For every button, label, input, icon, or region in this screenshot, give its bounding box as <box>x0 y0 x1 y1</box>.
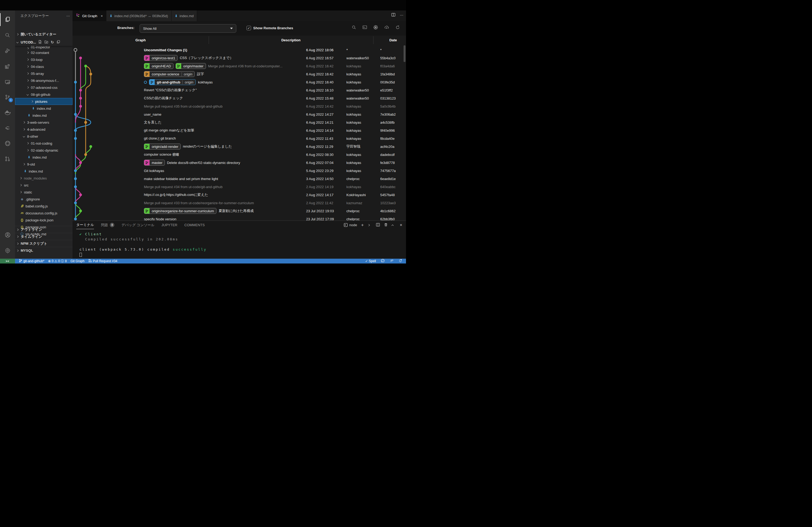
tab-index-md[interactable]: ⬇index.md (003fe35d^ ↔ 003fe35d) <box>106 11 172 21</box>
panel-tab-JUPYTER[interactable]: JUPYTER <box>161 221 177 229</box>
activity-run-debug[interactable] <box>0 45 15 57</box>
tree-item-label: 01-not-coding <box>31 141 52 146</box>
activity-docker[interactable] <box>0 107 15 119</box>
column-header-date[interactable]: Date <box>373 36 406 45</box>
tree-item-package-lock-json[interactable]: {}package-lock.json <box>15 216 73 224</box>
terminal-output[interactable]: ✔ Client Compiled successfully in 202.08… <box>79 231 207 257</box>
tree-item-07-advanced-css[interactable]: 07-advanced-css <box>15 84 73 91</box>
branch-badge-computer-science[interactable]: computer-scienceorigin <box>144 71 195 77</box>
refresh-icon[interactable] <box>395 25 400 31</box>
kill-terminal-icon[interactable] <box>384 223 388 228</box>
panel-tab-COMMENTS[interactable]: COMMENTS <box>185 221 205 229</box>
terminal-icon[interactable] <box>362 25 367 31</box>
activity-gitlens[interactable] <box>0 122 15 135</box>
tree-item-pictures[interactable]: pictures <box>15 98 73 105</box>
terminal-shell-item[interactable]: node <box>344 221 357 229</box>
sidebar-section-MYSQL[interactable]: MYSQL <box>15 247 73 254</box>
tree-item-8-other[interactable]: 8-other <box>15 133 73 140</box>
branch-badge-origin-head[interactable]: origin/HEAD <box>144 63 173 69</box>
tree-item-index-md[interactable]: ⬇index.md <box>15 112 73 119</box>
tree-item-index-md[interactable]: ⬇index.md <box>15 168 73 175</box>
tree-item-08-git-github[interactable]: 08-git-github <box>15 91 73 98</box>
new-file-icon[interactable] <box>38 40 42 45</box>
panel-tab-問題[interactable]: 問題8 <box>101 221 114 229</box>
tree-item-9-old[interactable]: 9-old <box>15 161 73 168</box>
activity-explorer[interactable] <box>0 13 15 26</box>
tree-item-06-anonymous-f-[interactable]: 06-anonymous-f... <box>15 77 73 84</box>
tree-item-docusaurus-config-js[interactable]: JSdocusaurus.config.js <box>15 210 73 216</box>
panel-tab-デバッグ-コンソール[interactable]: デバッグ コンソール <box>121 221 155 229</box>
branch-badge-origin-add-render[interactable]: origin/add-render <box>144 144 181 149</box>
status-feedback[interactable] <box>390 259 394 264</box>
tree-item-static[interactable]: static <box>15 189 73 196</box>
panel-tab-ターミナル[interactable]: ターミナル <box>76 221 94 229</box>
column-header-graph[interactable]: Graph <box>73 36 209 45</box>
status-problems[interactable]: ⊗ 0 ⚠ 0 ⓘ 8 <box>48 259 67 264</box>
terminal-dropdown-icon[interactable] <box>367 224 369 226</box>
show-remote-branches-checkbox[interactable]: ✓ Show Remote Branches <box>246 26 293 30</box>
branch-badge-master[interactable]: master <box>144 160 165 166</box>
tree-item-05-array[interactable]: 05-array <box>15 70 73 77</box>
split-editor-icon[interactable] <box>391 13 395 18</box>
activity-search[interactable] <box>0 29 15 42</box>
explorer-more-icon[interactable]: ⋯ <box>66 14 70 18</box>
activity-accounts[interactable] <box>0 229 15 242</box>
status-spell[interactable]: ✓ Spell <box>365 259 376 263</box>
status-pull-request[interactable]: Pull Request #34 <box>88 259 117 263</box>
search-icon[interactable] <box>351 25 356 31</box>
new-terminal-icon[interactable]: + <box>361 223 364 228</box>
git-graph-icon <box>76 13 80 18</box>
branch-badge-git-and-github[interactable]: git-and-githuborigin <box>149 79 196 85</box>
activity-source-control[interactable]: 1 <box>0 91 15 104</box>
table-scrollbar-thumb[interactable] <box>404 45 405 62</box>
close-panel-icon[interactable]: × <box>400 223 402 228</box>
maximize-panel-icon[interactable] <box>391 224 393 226</box>
open-editors-section[interactable]: 開いているエディター <box>15 31 73 38</box>
activity-remote-explorer[interactable] <box>0 76 15 89</box>
editor-more-icon[interactable]: ⋯ <box>400 13 403 17</box>
tree-item-node-modules[interactable]: node_modules <box>15 175 73 182</box>
activity-extensions[interactable] <box>0 60 15 73</box>
status-git-graph[interactable]: Git Graph <box>71 259 85 263</box>
tree-item-4-advanced[interactable]: 4-advanced <box>15 126 73 133</box>
remote-indicator[interactable]: >< <box>0 259 15 264</box>
tree-item-src[interactable]: src <box>15 182 73 189</box>
tree-item-01-inspector[interactable]: 01-inspector <box>15 46 73 49</box>
activity-pull-requests[interactable] <box>0 153 15 166</box>
collapse-folders-icon[interactable] <box>56 40 60 45</box>
status-branch[interactable]: git-and-github* <box>19 259 44 263</box>
cloud-download-icon[interactable] <box>384 25 389 31</box>
split-terminal-icon[interactable] <box>376 223 380 228</box>
git-ignore-icon: ◆ <box>20 197 24 201</box>
column-header-description[interactable]: Description <box>209 36 373 45</box>
branches-dropdown[interactable]: Show All <box>140 24 236 33</box>
sidebar-section-タイムライン[interactable]: タイムライン <box>15 233 73 240</box>
git-graph-canvas <box>73 45 142 221</box>
sidebar-section-アウトライン[interactable]: アウトライン <box>15 226 73 233</box>
branch-badge-origin-reorganize-for-summer-curriculum[interactable]: origin/reorganize-for-summer-curriculum <box>144 208 216 214</box>
tree-item--gitignore[interactable]: ◆.gitignore <box>15 196 73 202</box>
tree-item-index-md[interactable]: ⬇index.md <box>15 154 73 161</box>
refresh-explorer-icon[interactable]: ↻ <box>51 40 54 44</box>
tree-item-02-constant[interactable]: 02-constant <box>15 49 73 56</box>
tree-item-01-not-coding[interactable]: 01-not-coding <box>15 140 73 147</box>
tree-item-03-loop[interactable]: 03-loop <box>15 56 73 63</box>
activity-github[interactable] <box>0 137 15 150</box>
status-github[interactable] <box>381 259 385 264</box>
new-folder-icon[interactable] <box>44 40 48 45</box>
tab-git[interactable]: Git Graph× <box>73 11 106 21</box>
tree-item-04-class[interactable]: 04-class <box>15 63 73 70</box>
tree-item-babel-config-js[interactable]: 𝐵babel.config.js <box>15 202 73 210</box>
sidebar-section-NPM スクリプト[interactable]: NPM スクリプト <box>15 240 73 247</box>
status-notifications[interactable] <box>398 259 402 264</box>
branch-badge-origin-master[interactable]: origin/master <box>176 63 206 69</box>
tab-index-md[interactable]: ⬇index.md <box>172 11 197 21</box>
gear-icon[interactable] <box>373 25 378 31</box>
activity-settings[interactable] <box>0 244 15 257</box>
close-icon[interactable]: × <box>101 14 103 18</box>
tree-item-index-md[interactable]: ⬇index.md <box>15 105 73 112</box>
workspace-section-header[interactable]: UTCOD... ↻ <box>15 39 73 46</box>
branch-badge-origin-css-test1[interactable]: origin/css-test1 <box>144 55 177 61</box>
tree-item-02-static-dynamic[interactable]: 02-static-dynamic <box>15 147 73 154</box>
tree-item-3-web-servers[interactable]: 3-web-servers <box>15 119 73 126</box>
